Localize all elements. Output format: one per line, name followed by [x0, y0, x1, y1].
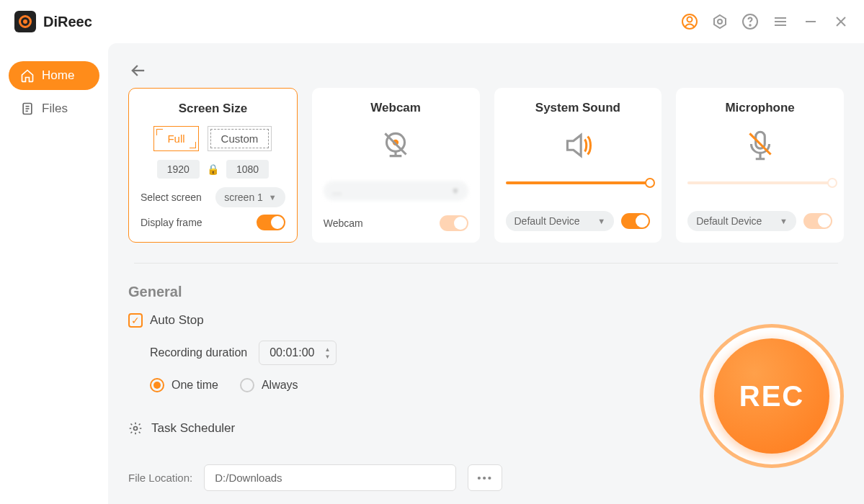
svg-point-1 [687, 17, 692, 22]
radio-one-time[interactable]: One time [150, 378, 218, 392]
minimize-icon[interactable] [802, 13, 819, 30]
sound-toggle[interactable] [621, 213, 650, 229]
speaker-icon [506, 125, 651, 166]
card-title-sound: System Sound [506, 101, 651, 115]
svg-point-22 [134, 427, 138, 431]
app-logo-icon [14, 11, 36, 32]
app-name: DiReec [43, 14, 92, 30]
card-title-mic: Microphone [687, 101, 832, 115]
card-webcam: Webcam … ▼ Webcam [312, 88, 480, 243]
webcam-off-icon [324, 125, 468, 166]
svg-line-21 [749, 133, 770, 154]
settings-icon[interactable] [711, 13, 729, 30]
mic-toggle[interactable] [803, 213, 832, 229]
divider [134, 263, 838, 264]
chevron-down-icon: ▼ [780, 217, 788, 225]
display-frame-label: Display frame [141, 217, 202, 228]
duration-stepper[interactable]: ▲▼ [325, 346, 331, 360]
chevron-down-icon: ▼ [452, 186, 460, 195]
size-custom-button[interactable]: Custom [208, 126, 272, 151]
general-title: General [128, 284, 844, 300]
sound-device-dropdown[interactable]: Default Device ▼ [506, 211, 615, 231]
display-frame-toggle[interactable] [257, 215, 285, 230]
svg-point-5 [749, 24, 751, 26]
sidebar-label-files: Files [42, 102, 68, 116]
file-location-label: File Location: [128, 472, 192, 484]
duration-input[interactable]: 00:01:00 ▲▼ [259, 341, 337, 365]
select-screen-dropdown[interactable]: screen 1 ▼ [215, 187, 285, 207]
webcam-label: Webcam [324, 217, 363, 229]
file-location-browse[interactable]: ••• [468, 464, 502, 491]
record-label: REC [714, 338, 829, 454]
user-icon[interactable] [681, 13, 698, 30]
back-button[interactable] [128, 60, 148, 81]
app-logo-wrap: DiReec [14, 11, 92, 32]
chevron-down-icon: ▼ [597, 217, 605, 225]
webcam-toggle[interactable] [440, 215, 468, 231]
record-button[interactable]: REC [700, 324, 844, 468]
card-microphone: Microphone Default Device ▼ [676, 88, 844, 243]
size-full-button[interactable]: Full [153, 126, 198, 151]
file-location-input[interactable]: D:/Downloads [204, 464, 456, 491]
svg-marker-2 [714, 15, 726, 28]
card-system-sound: System Sound Default Device ▼ [494, 88, 662, 243]
webcam-device-dropdown[interactable]: … ▼ [324, 181, 468, 201]
menu-icon[interactable] [772, 13, 789, 30]
help-icon[interactable] [741, 13, 759, 30]
card-screen-size: Screen Size Full Custom 1920 🔒 1080 Sele… [128, 88, 298, 243]
sidebar-item-files[interactable]: Files [9, 94, 99, 123]
auto-stop-checkbox[interactable]: ✓ [128, 313, 143, 328]
radio-always[interactable]: Always [240, 378, 298, 392]
svg-point-3 [718, 19, 722, 24]
chevron-down-icon: ▼ [269, 193, 277, 202]
select-screen-label: Select screen [141, 192, 202, 203]
sidebar-label-home: Home [42, 68, 74, 83]
lock-icon[interactable]: 🔒 [207, 163, 219, 175]
height-field[interactable]: 1080 [226, 160, 269, 179]
gear-icon [128, 421, 143, 436]
mic-device-dropdown[interactable]: Default Device ▼ [687, 211, 796, 231]
close-icon[interactable] [832, 13, 850, 30]
duration-label: Recording duration [150, 346, 247, 359]
sound-slider[interactable] [506, 181, 651, 184]
mic-slider[interactable] [687, 181, 832, 184]
card-title-webcam: Webcam [324, 101, 468, 115]
sidebar-item-home[interactable]: Home [9, 61, 99, 90]
auto-stop-label: Auto Stop [150, 313, 204, 328]
microphone-off-icon [687, 125, 832, 166]
card-title-screen: Screen Size [141, 102, 285, 116]
width-field[interactable]: 1920 [157, 160, 200, 179]
